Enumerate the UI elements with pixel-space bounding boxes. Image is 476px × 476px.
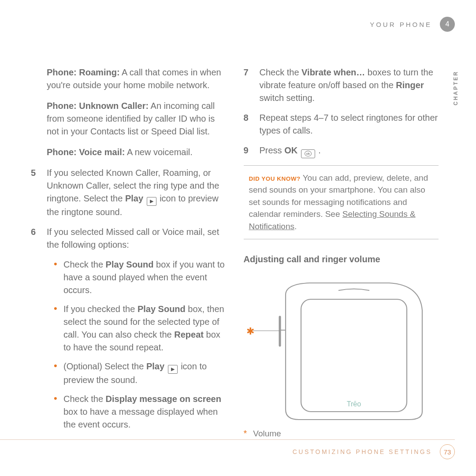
play-label: Play bbox=[125, 193, 143, 203]
unknown-para: Phone: Unknown Caller: An incoming call … bbox=[31, 100, 226, 138]
bullet-dot-icon: • bbox=[54, 393, 58, 431]
callout-line bbox=[253, 331, 280, 331]
step-num: 6 bbox=[31, 226, 41, 251]
tip-post: . bbox=[294, 222, 297, 231]
chapter-vertical-label: CHAPTER bbox=[453, 71, 459, 105]
play-icon: ▶ bbox=[168, 365, 178, 374]
bullet-dot-icon: • bbox=[54, 303, 58, 354]
footer-section-text: CUSTOMIZING PHONE SETTINGS bbox=[293, 448, 432, 455]
page-footer: CUSTOMIZING PHONE SETTINGS 73 bbox=[0, 439, 476, 459]
section-title: YOUR PHONE bbox=[370, 21, 432, 28]
legend-star-icon: * bbox=[244, 428, 247, 438]
step-5: 5 If you selected Known Caller, Roaming,… bbox=[31, 167, 226, 219]
s7-pre: Check the bbox=[260, 67, 302, 77]
roaming-label: Phone: Roaming: bbox=[47, 67, 120, 77]
b4-pre: Check the bbox=[63, 394, 106, 404]
ok-key-icon: ok bbox=[301, 149, 315, 158]
step-9: 9 Press OK ok . bbox=[244, 144, 439, 158]
bullet-dot-icon: • bbox=[54, 360, 58, 387]
s9-bold: OK bbox=[284, 145, 298, 155]
right-column: 7 Check the Vibrate when… boxes to turn … bbox=[244, 66, 439, 439]
b2-bold1: Play Sound bbox=[138, 304, 186, 314]
s9-pre: Press bbox=[260, 145, 285, 155]
s7-b2: Ringer bbox=[396, 80, 424, 90]
bullet-dot-icon: • bbox=[54, 258, 58, 297]
device-brand-label: Trēo bbox=[346, 400, 361, 408]
b4-bold: Display message on screen bbox=[106, 394, 221, 404]
tip-label: DID YOU KNOW? bbox=[249, 175, 301, 182]
svg-rect-0 bbox=[301, 299, 407, 412]
phone-illustration: Trēo bbox=[244, 279, 429, 420]
step-num: 5 bbox=[31, 167, 41, 219]
s7-post: switch setting. bbox=[260, 93, 315, 103]
voicemail-para: Phone: Voice mail: A new voicemail. bbox=[31, 146, 226, 159]
voicemail-text: A new voicemail. bbox=[125, 147, 192, 157]
figure-legend: *Volume bbox=[244, 428, 439, 439]
bullet-4: • Check the Display message on screen bo… bbox=[47, 393, 226, 431]
s7-b1: Vibrate when… bbox=[301, 67, 365, 77]
s8-text: Repeat steps 4–7 to select ringtones for… bbox=[260, 112, 439, 137]
bullet-3: • (Optional) Select the Play ▶ icon to p… bbox=[47, 360, 226, 387]
b2-bold2: Repeat bbox=[174, 330, 204, 339]
chapter-number-badge: 4 bbox=[440, 17, 455, 32]
bullet-1: • Check the Play Sound box if you want t… bbox=[47, 258, 226, 297]
step-num: 9 bbox=[244, 144, 253, 158]
step-num: 7 bbox=[244, 66, 253, 104]
step-6: 6 If you selected Missed call or Voice m… bbox=[31, 226, 226, 251]
b1-pre: Check the bbox=[63, 260, 106, 269]
b4-post: box to have a message displayed when the… bbox=[63, 407, 218, 429]
subheading-adjusting-volume: Adjusting call and ringer volume bbox=[244, 254, 439, 264]
unknown-label: Phone: Unknown Caller: bbox=[47, 101, 149, 111]
voicemail-label: Phone: Voice mail: bbox=[47, 147, 125, 157]
step6-text: If you selected Missed call or Voice mai… bbox=[47, 226, 226, 251]
did-you-know-box: DID YOU KNOW? You can add, preview, dele… bbox=[244, 165, 439, 239]
step-8: 8 Repeat steps 4–7 to select ringtones f… bbox=[244, 112, 439, 137]
b3-bold: Play bbox=[146, 361, 164, 371]
bullet-2: • If you checked the Play Sound box, the… bbox=[47, 303, 226, 354]
legend-text: Volume bbox=[253, 429, 281, 438]
play-icon: ▶ bbox=[147, 197, 156, 206]
footer-divider bbox=[0, 439, 455, 440]
step-num: 8 bbox=[244, 112, 253, 137]
b3-pre: (Optional) Select the bbox=[63, 361, 146, 371]
b2-pre: If you checked the bbox=[63, 304, 138, 314]
phone-volume-figure: ✱ Trēo bbox=[244, 279, 439, 425]
left-column: Phone: Roaming: A call that comes in whe… bbox=[31, 66, 226, 439]
callout-star-icon: ✱ bbox=[246, 326, 254, 337]
b1-bold: Play Sound bbox=[106, 260, 154, 269]
s9-post: . bbox=[316, 145, 321, 155]
step-7: 7 Check the Vibrate when… boxes to turn … bbox=[244, 66, 439, 104]
roaming-para: Phone: Roaming: A call that comes in whe… bbox=[31, 66, 226, 92]
page-number-badge: 73 bbox=[440, 444, 455, 459]
